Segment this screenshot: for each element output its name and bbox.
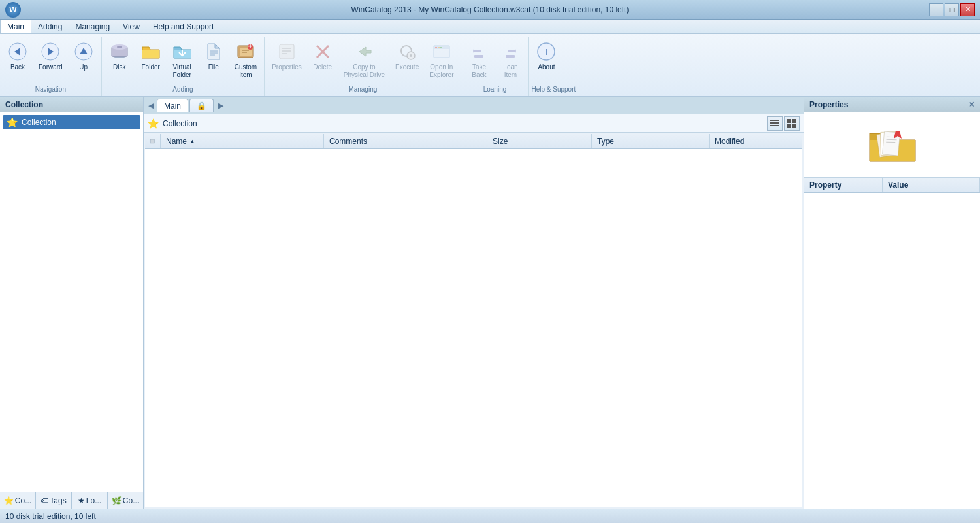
- col-header-modified[interactable]: Modified: [710, 134, 802, 148]
- col-header-type[interactable]: Type: [592, 134, 710, 148]
- ribbon-group-adding: Disk Folder: [102, 37, 265, 96]
- svg-rect-46: [792, 124, 796, 128]
- sidebar-tab-lo[interactable]: ★ Lo...: [72, 492, 108, 509]
- menu-item-managing[interactable]: Managing: [69, 20, 116, 33]
- folder-button[interactable]: Folder: [136, 38, 166, 75]
- ribbon-group-navigation: Back Forward Up Navigation: [0, 37, 102, 96]
- nav-buttons: Back Forward Up: [3, 38, 99, 82]
- lo-label: Lo...: [86, 496, 101, 505]
- folder-icon: [140, 41, 161, 62]
- lo-icon: ★: [78, 496, 85, 505]
- svg-rect-33: [435, 47, 437, 48]
- properties-close-button[interactable]: ✕: [968, 100, 975, 109]
- col-header-comments[interactable]: Comments: [324, 134, 487, 148]
- co-icon: ⭐: [4, 496, 14, 505]
- copy-to-drive-icon: [353, 41, 374, 62]
- properties-label: Properties: [272, 63, 302, 71]
- title-bar-left: W: [5, 2, 21, 18]
- disk-button[interactable]: Disk: [105, 38, 135, 75]
- col-header-name[interactable]: Name ▲: [161, 134, 324, 148]
- title-bar: W WinCatalog 2013 - My WinCatalog Collec…: [0, 0, 980, 20]
- file-button[interactable]: File: [199, 38, 229, 75]
- properties-panel: Properties ✕: [804, 97, 980, 509]
- view-thumbnails-button[interactable]: [784, 116, 800, 131]
- up-button[interactable]: Up: [69, 38, 99, 75]
- tab-prev-button[interactable]: ◀: [145, 99, 157, 113]
- adding-group-label: Adding: [105, 84, 261, 95]
- back-button[interactable]: Back: [3, 38, 33, 75]
- disk-icon: [109, 41, 130, 62]
- svg-rect-41: [770, 122, 779, 124]
- up-icon: [73, 41, 94, 62]
- file-list[interactable]: Name ▲ Comments Size Type Modified: [145, 134, 802, 507]
- delete-icon: [312, 41, 333, 62]
- tab-next-button[interactable]: ▶: [215, 99, 227, 113]
- file-list-header: Name ▲ Comments Size Type Modified: [145, 134, 802, 149]
- tab-main-label: Main: [164, 101, 181, 110]
- sidebar-title: Collection: [0, 97, 143, 112]
- prop-col-value[interactable]: Value: [883, 178, 980, 192]
- svg-point-9: [117, 46, 122, 48]
- forward-label: Forward: [39, 63, 63, 71]
- virtual-folder-icon: [172, 41, 193, 62]
- copy-to-drive-button[interactable]: Copy toPhysical Drive: [339, 38, 389, 82]
- breadcrumb-icon: ⭐: [148, 118, 159, 129]
- prop-value-label: Value: [888, 180, 908, 190]
- about-button[interactable]: i About: [531, 38, 561, 75]
- tab-lock[interactable]: 🔒: [189, 99, 214, 112]
- up-label: Up: [79, 63, 88, 71]
- custom-item-button[interactable]: + CustomItem: [230, 38, 261, 82]
- menu-item-view[interactable]: View: [116, 20, 146, 33]
- ribbon-group-managing: Properties Delete: [265, 37, 461, 96]
- menu-item-main[interactable]: Main: [0, 20, 31, 33]
- file-icon: [203, 41, 224, 62]
- properties-button[interactable]: Properties: [267, 38, 306, 75]
- delete-button[interactable]: Delete: [308, 38, 338, 75]
- maximize-button[interactable]: □: [945, 3, 959, 16]
- sidebar-tab-co2[interactable]: 🌿 Co...: [108, 492, 143, 509]
- sidebar-tab-tags[interactable]: 🏷 Tags: [36, 492, 72, 509]
- svg-text:+: +: [248, 42, 252, 51]
- catalog-icon: [866, 119, 919, 171]
- take-back-button[interactable]: TakeBack: [464, 38, 494, 82]
- menu-bar: Main Adding Managing View Help and Suppo…: [0, 20, 980, 34]
- forward-button[interactable]: Forward: [34, 38, 67, 75]
- view-details-button[interactable]: [767, 116, 783, 131]
- col-modified-label: Modified: [715, 137, 744, 146]
- menu-item-adding[interactable]: Adding: [31, 20, 69, 33]
- svg-rect-36: [474, 55, 483, 58]
- properties-icon-area: [804, 112, 980, 178]
- execute-button[interactable]: Execute: [391, 38, 423, 75]
- sidebar-tab-co[interactable]: ⭐ Co...: [0, 492, 36, 509]
- col-header-icon[interactable]: [145, 134, 161, 148]
- loaning-group-label: Loaning: [464, 84, 525, 95]
- prop-col-property[interactable]: Property: [804, 178, 883, 192]
- menu-item-help[interactable]: Help and Support: [146, 20, 220, 33]
- ribbon-content: Back Forward Up Navigation: [0, 34, 980, 96]
- virtual-folder-button[interactable]: VirtualFolder: [167, 38, 197, 82]
- virtual-folder-label: VirtualFolder: [173, 63, 191, 79]
- sidebar-tabs: ⭐ Co... 🏷 Tags ★ Lo... 🌿 Co...: [0, 492, 143, 509]
- open-in-explorer-label: Open inExplorer: [429, 63, 453, 79]
- breadcrumb-bar: ⭐ Collection: [144, 114, 804, 133]
- svg-marker-26: [359, 47, 371, 56]
- sidebar-item-collection[interactable]: ⭐ Collection: [3, 115, 140, 129]
- custom-item-label: CustomItem: [235, 63, 257, 79]
- col-header-size[interactable]: Size: [487, 134, 592, 148]
- content-area: ◀ Main 🔒 ▶ ⭐ Collection: [144, 97, 804, 509]
- loan-item-button[interactable]: LoanItem: [495, 38, 525, 82]
- svg-rect-44: [792, 119, 796, 123]
- minimize-button[interactable]: ─: [929, 3, 943, 16]
- tab-main[interactable]: Main: [157, 99, 188, 112]
- breadcrumb-text: Collection: [163, 119, 197, 128]
- svg-rect-40: [770, 120, 779, 121]
- properties-title: Properties ✕: [804, 97, 980, 112]
- svg-text:i: i: [546, 48, 547, 57]
- window-controls: ─ □ ✕: [929, 3, 975, 16]
- close-button[interactable]: ✕: [960, 3, 975, 16]
- open-in-explorer-button[interactable]: Open inExplorer: [425, 38, 458, 82]
- sidebar-content: ⭐ Collection: [0, 112, 143, 492]
- svg-rect-42: [770, 125, 779, 126]
- adding-buttons: Disk Folder: [105, 38, 261, 82]
- collection-icon: ⭐: [7, 117, 18, 127]
